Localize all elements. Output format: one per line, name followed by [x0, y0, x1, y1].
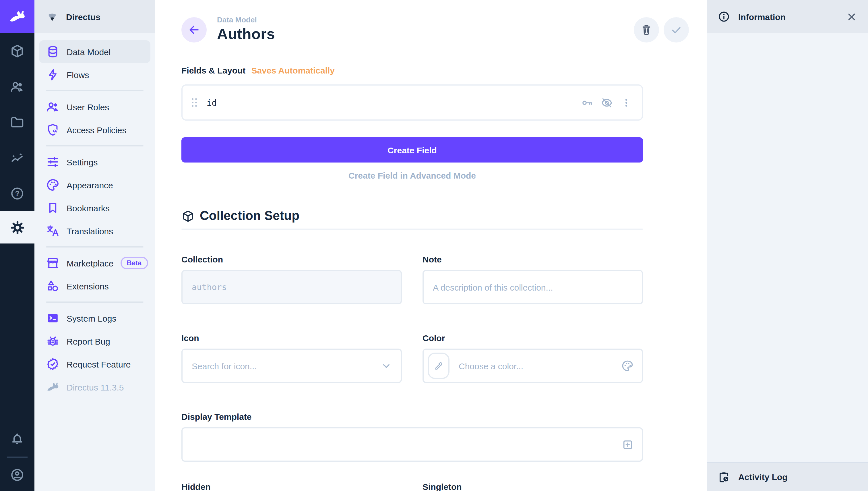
page-header: Data Model Authors: [181, 15, 643, 42]
nav-item-request-feature[interactable]: Request Feature: [39, 353, 150, 376]
people-icon: [46, 100, 60, 114]
verified-icon: [46, 357, 60, 371]
shapes-icon: [46, 279, 60, 293]
collection-setup-title: Collection Setup: [200, 208, 299, 223]
nav-item-marketplace[interactable]: Marketplace Beta: [39, 252, 150, 275]
module-users[interactable]: [0, 69, 34, 105]
palette-icon[interactable]: [621, 359, 634, 372]
project-name: Directus: [66, 12, 100, 22]
singleton-field-group: Singleton: [422, 482, 643, 491]
nav-item-translations[interactable]: Translations: [39, 220, 150, 242]
nav-list: Data Model Flows User Roles Access Polic…: [34, 33, 155, 399]
color-input[interactable]: [449, 350, 621, 382]
nav-item-label: Data Model: [67, 47, 111, 57]
fields-layout-section: Fields & Layout Saves Automatically: [181, 65, 643, 75]
color-field-group: Color: [422, 333, 643, 383]
database-icon: [46, 45, 60, 59]
display-template-field-group: Display Template: [181, 412, 643, 462]
nav-item-label: Marketplace: [67, 258, 113, 268]
nav-item-label: Appearance: [67, 180, 113, 190]
nav-item-user-roles[interactable]: User Roles: [39, 95, 150, 118]
nav-item-extensions[interactable]: Extensions: [39, 275, 150, 297]
palette-icon: [46, 178, 60, 192]
field-name: id: [207, 98, 217, 107]
icon-label: Icon: [181, 333, 402, 343]
trash-icon: [640, 24, 653, 36]
collection-label: Collection: [181, 254, 402, 264]
kebab-menu-icon[interactable]: [620, 96, 633, 109]
nav-item-label: Request Feature: [67, 359, 130, 369]
nav-item-label: System Logs: [67, 313, 116, 323]
field-row-id[interactable]: id: [181, 84, 643, 121]
display-template-input[interactable]: [183, 428, 622, 461]
nav-item-label: Extensions: [67, 281, 109, 291]
collection-input-wrapper: [181, 270, 402, 305]
icon-select-wrapper: [181, 349, 402, 383]
icon-search-input[interactable]: [183, 350, 380, 382]
beta-badge: Beta: [120, 257, 148, 269]
bug-icon: [46, 334, 60, 348]
sidebar-title: Information: [738, 12, 786, 22]
nav-item-label: Settings: [67, 157, 98, 167]
module-content[interactable]: [0, 33, 34, 69]
activity-log-button[interactable]: Activity Log: [707, 462, 868, 491]
bolt-icon: [46, 68, 60, 82]
project-header[interactable]: Directus: [34, 0, 155, 33]
sidebar-body: [707, 33, 868, 462]
nav-item-access-policies[interactable]: Access Policies: [39, 118, 150, 141]
users-icon: [10, 79, 25, 94]
create-field-advanced-link[interactable]: Create Field in Advanced Mode: [181, 171, 643, 180]
hidden-field-group: Hidden: [181, 482, 402, 491]
activity-log-label: Activity Log: [738, 472, 788, 482]
bookmark-icon: [46, 201, 60, 215]
save-button[interactable]: [664, 17, 689, 42]
check-icon: [669, 23, 683, 37]
nav-divider: [46, 90, 144, 91]
directus-app: ?: [0, 0, 868, 491]
breadcrumb[interactable]: Data Model: [217, 16, 275, 24]
page-title: Authors: [217, 25, 275, 43]
storefront-icon: [46, 256, 60, 270]
directus-logo[interactable]: [0, 0, 34, 33]
back-button[interactable]: [181, 17, 207, 42]
close-icon[interactable]: [846, 11, 858, 23]
nav-item-label: Access Policies: [67, 125, 126, 135]
account-button[interactable]: [0, 459, 34, 491]
create-field-button[interactable]: Create Field: [181, 137, 643, 163]
drag-handle[interactable]: [192, 98, 197, 107]
nav-item-appearance[interactable]: Appearance: [39, 173, 150, 196]
navigation-sidebar: Directus Data Model Flows User Roles Acc…: [34, 0, 155, 491]
collection-input[interactable]: [183, 271, 401, 303]
note-input[interactable]: [424, 271, 642, 303]
fields-layout-label: Fields & Layout: [181, 65, 245, 75]
display-template-label: Display Template: [181, 412, 643, 422]
nav-item-flows[interactable]: Flows: [39, 63, 150, 86]
nav-item-bookmarks[interactable]: Bookmarks: [39, 196, 150, 220]
delete-collection-button[interactable]: [634, 17, 659, 42]
module-help[interactable]: ?: [0, 176, 34, 211]
info-sidebar-header[interactable]: Information: [707, 0, 868, 33]
section-divider: [181, 229, 643, 230]
color-swatch[interactable]: [428, 353, 449, 379]
add-box-icon[interactable]: [622, 438, 634, 451]
nav-item-system-logs[interactable]: System Logs: [39, 307, 150, 329]
nav-item-label: Report Bug: [67, 336, 110, 346]
directus-rabbit-icon: [8, 7, 26, 26]
module-files[interactable]: [0, 105, 34, 140]
info-icon: [718, 10, 730, 23]
directus-rabbit-icon: [46, 380, 60, 394]
nav-item-settings[interactable]: Settings: [39, 150, 150, 173]
nav-item-report-bug[interactable]: Report Bug: [39, 329, 150, 353]
terminal-icon: [46, 311, 60, 325]
eyedropper-icon: [433, 360, 444, 371]
module-settings[interactable]: [0, 211, 34, 243]
chevron-down-icon[interactable]: [380, 359, 393, 372]
module-insights[interactable]: [0, 140, 34, 176]
collection-setup-heading: Collection Setup: [181, 208, 643, 223]
note-input-wrapper: [422, 270, 643, 305]
nav-item-data-model[interactable]: Data Model: [39, 40, 150, 63]
info-sidebar: Information Activity Log: [707, 0, 868, 491]
module-bar-divider: [7, 457, 28, 458]
translate-icon: [46, 224, 60, 238]
notifications-button[interactable]: [0, 423, 34, 455]
